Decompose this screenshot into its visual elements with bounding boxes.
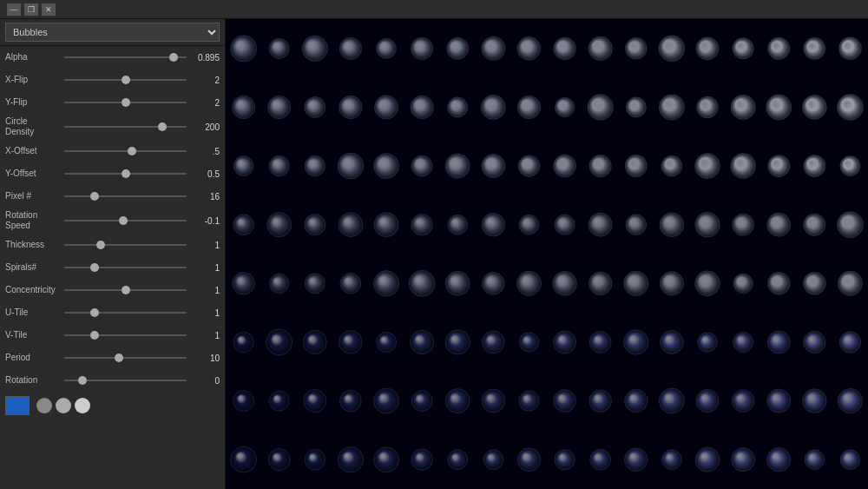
slider-container-x-offset[interactable] [64,145,187,157]
titlebar-controls: — ❐ ✕ [7,3,56,16]
slider-track-circle-density [64,126,187,128]
param-label-y-offset: Y-Offset [5,169,64,179]
param-value-x-offset: .5 [187,147,220,156]
param-row-v-tile: V-Tile1 [0,324,225,347]
slider-container-pixel-num[interactable] [64,190,187,202]
color-swatch-gray1[interactable] [36,398,52,413]
param-label-x-flip: X-Flip [5,75,64,85]
param-value-y-flip: 2 [187,98,220,108]
param-label-x-offset: X-Offset [5,146,64,156]
slider-thumb-rotation[interactable] [78,376,87,385]
param-value-concentricity: 1 [187,286,220,295]
slider-track-spirals-num [64,267,187,268]
param-row-pixel-num: Pixel #16 [0,185,225,208]
slider-container-y-flip[interactable] [64,96,187,109]
slider-thumb-rotation-speed[interactable] [119,216,128,225]
slider-thumb-u-tile[interactable] [90,308,99,317]
param-value-thickness: 1 [187,241,220,250]
slider-thumb-alpha[interactable] [169,53,178,62]
slider-container-alpha[interactable] [64,51,187,63]
param-row-u-tile: U-Tile1 [0,301,225,324]
param-row-y-flip: Y-Flip2 [0,91,225,114]
param-row-rotation: Rotation0 [0,369,225,392]
slider-track-thickness [64,244,187,246]
param-label-spirals-num: Spirals# [5,262,64,273]
param-label-alpha: Alpha [5,52,64,63]
slider-track-period [64,357,187,359]
slider-thumb-circle-density[interactable] [158,122,167,131]
slider-thumb-y-offset[interactable] [122,169,130,178]
param-row-alpha: Alpha0.895 [0,46,225,69]
param-value-x-flip: 2 [187,76,220,85]
effect-dropdown-row: Bubbles Wipe Dissolve [0,19,225,46]
param-row-y-offset: Y-Offset0.5 [0,162,225,185]
canvas-area [226,19,868,489]
color-swatch-gray2[interactable] [56,398,71,413]
bubble-canvas [226,19,868,489]
param-row-spirals-num: Spirals#1 [0,256,225,279]
param-row-x-flip: X-Flip2 [0,69,225,91]
color-preview-row [0,392,225,420]
sidebar: Bubbles Wipe Dissolve Alpha0.895X-Flip2Y… [0,19,226,489]
param-label-y-flip: Y-Flip [5,97,64,108]
params-container: Alpha0.895X-Flip2Y-Flip2Circle Density20… [0,46,225,392]
slider-thumb-period[interactable] [115,354,123,362]
slider-container-y-offset[interactable] [64,168,187,180]
slider-container-u-tile[interactable] [64,307,187,319]
param-row-thickness: Thickness1 [0,234,225,256]
maximize-button[interactable]: ❐ [24,3,38,16]
param-row-concentricity: Concentricity1 [0,279,225,301]
slider-container-thickness[interactable] [64,239,187,251]
slider-thumb-spirals-num[interactable] [90,263,99,272]
param-value-circle-density: 200 [187,122,220,132]
slider-container-period[interactable] [64,352,187,364]
param-value-y-offset: 0.5 [187,169,220,179]
param-label-v-tile: V-Tile [5,330,64,340]
param-value-rotation: 0 [187,376,220,386]
slider-track-rotation-speed [64,220,187,221]
slider-track-v-tile [64,334,187,336]
param-label-u-tile: U-Tile [5,307,64,318]
slider-thumb-x-flip[interactable] [122,76,130,84]
slider-thumb-y-flip[interactable] [122,98,130,107]
slider-track-alpha [64,56,187,58]
slider-container-rotation[interactable] [64,374,187,387]
param-label-pixel-num: Pixel # [5,191,64,202]
slider-track-y-flip [64,102,187,103]
slider-thumb-v-tile[interactable] [90,331,99,340]
color-swatch-gray3[interactable] [75,398,90,413]
slider-container-rotation-speed[interactable] [64,215,187,227]
param-row-period: Period10 [0,347,225,369]
titlebar: — ❐ ✕ [0,0,868,19]
slider-thumb-thickness[interactable] [96,241,105,249]
slider-track-rotation [64,380,187,381]
param-row-rotation-speed: Rotation Speed-0.1 [0,208,225,234]
param-value-period: 10 [187,354,220,363]
param-value-v-tile: 1 [187,331,220,340]
effect-dropdown[interactable]: Bubbles Wipe Dissolve [5,23,220,42]
slider-track-concentricity [64,289,187,291]
param-row-x-offset: X-Offset.5 [0,140,225,162]
slider-thumb-pixel-num[interactable] [90,192,99,201]
slider-track-u-tile [64,312,187,314]
main-container: Bubbles Wipe Dissolve Alpha0.895X-Flip2Y… [0,19,868,489]
slider-thumb-concentricity[interactable] [122,286,130,294]
param-value-alpha: 0.895 [187,53,220,63]
minimize-button[interactable]: — [7,3,21,16]
slider-container-concentricity[interactable] [64,284,187,296]
param-label-thickness: Thickness [5,240,64,250]
slider-container-v-tile[interactable] [64,329,187,341]
close-button[interactable]: ✕ [42,3,56,16]
slider-track-y-offset [64,173,187,175]
param-label-rotation-speed: Rotation Speed [5,210,64,231]
slider-container-x-flip[interactable] [64,74,187,86]
slider-container-spirals-num[interactable] [64,261,187,274]
param-label-rotation: Rotation [5,375,64,386]
slider-thumb-x-offset[interactable] [128,147,136,155]
param-row-circle-density: Circle Density200 [0,114,225,140]
param-value-spirals-num: 1 [187,263,220,273]
color-swatch-blue[interactable] [5,396,30,415]
slider-track-pixel-num [64,195,187,197]
param-label-period: Period [5,353,64,363]
slider-container-circle-density[interactable] [64,121,187,133]
